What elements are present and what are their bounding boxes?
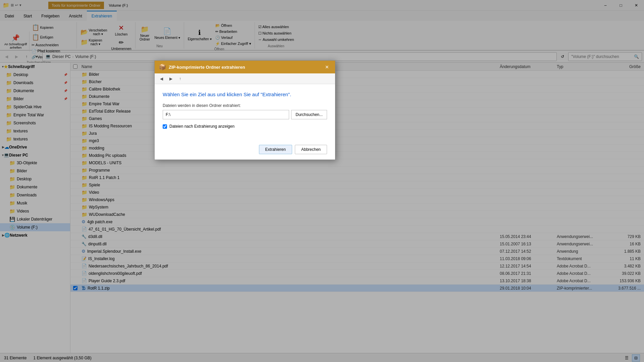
browse-button[interactable]: Durchsuchen...: [291, 110, 327, 119]
cancel-button[interactable]: Abbrechen: [295, 145, 327, 154]
extract-dialog: 📦 ZIP-komprimierte Ordner extrahieren ✕ …: [154, 60, 335, 160]
dialog-input-row: Durchsuchen...: [163, 110, 327, 119]
dialog-label: Dateien werden in diesen Ordner extrahie…: [163, 103, 327, 108]
extract-path-input[interactable]: [163, 110, 289, 119]
dialog-overlay: [0, 0, 644, 362]
dialog-heading: Wählen Sie ein Ziel aus und klicken Sie …: [163, 92, 327, 97]
dialog-nav: ◀ ▶ ↑: [155, 73, 335, 84]
dialog-footer: Extrahieren Abbrechen: [155, 141, 335, 160]
dialog-body: Wählen Sie ein Ziel aus und klicken Sie …: [155, 84, 335, 141]
dialog-back-button[interactable]: ◀: [157, 75, 165, 83]
dialog-titlebar: 📦 ZIP-komprimierte Ordner extrahieren ✕: [155, 61, 335, 73]
dialog-title-text: ZIP-komprimierte Ordner extrahieren: [169, 65, 320, 70]
dialog-close-button[interactable]: ✕: [323, 63, 331, 71]
extract-button[interactable]: Extrahieren: [259, 145, 292, 154]
dialog-title-icon: 📦: [159, 63, 166, 71]
show-files-checkbox[interactable]: [163, 124, 167, 129]
dialog-checkbox-row: Dateien nach Extrahierung anzeigen: [163, 124, 327, 129]
checkbox-label: Dateien nach Extrahierung anzeigen: [169, 124, 234, 129]
dialog-up-button[interactable]: ↑: [176, 75, 184, 83]
dialog-forward-button[interactable]: ▶: [167, 75, 175, 83]
